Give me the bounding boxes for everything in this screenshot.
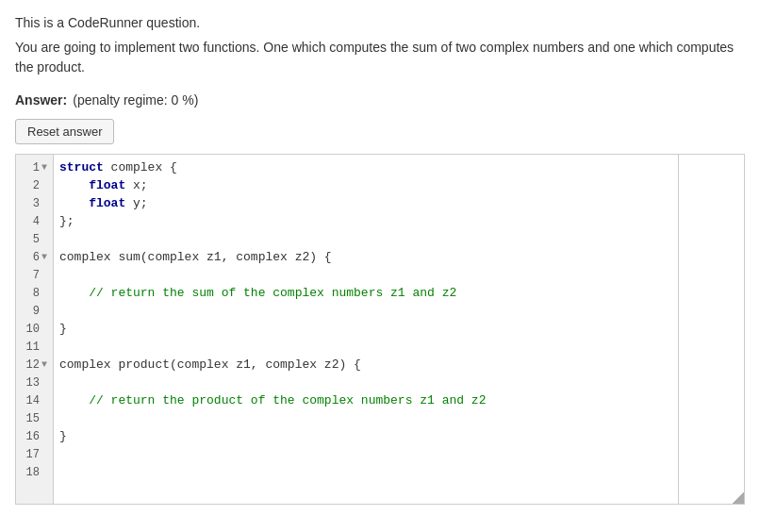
code-line: float y; — [59, 194, 672, 212]
answer-section: Answer: (penalty regime: 0 %) — [15, 92, 745, 108]
fold-icon[interactable]: ▼ — [41, 359, 49, 370]
line-number: 9 — [16, 302, 53, 320]
code-line — [59, 338, 672, 356]
line-number: 7 — [16, 266, 53, 284]
code-line: complex sum(complex z1, complex z2) { — [59, 248, 672, 266]
code-line — [59, 409, 672, 427]
line-number: 13 — [16, 374, 53, 391]
code-line: complex product(complex z1, complex z2) … — [59, 356, 672, 374]
code-line — [59, 374, 672, 391]
fold-icon[interactable]: ▼ — [41, 252, 49, 262]
right-gutter — [678, 155, 744, 504]
line-number: 12▼ — [16, 356, 53, 374]
code-line: float x; — [59, 176, 672, 194]
line-number: 14 — [16, 391, 53, 409]
code-line — [59, 445, 672, 463]
line-number: 18 — [16, 463, 53, 481]
intro-line1: This is a CodeRunner question. — [15, 15, 745, 30]
line-number: 2 — [16, 176, 53, 194]
line-number: 5 — [16, 230, 53, 248]
line-number: 8 — [16, 284, 53, 302]
line-number: 11 — [16, 338, 53, 356]
reset-answer-button[interactable]: Reset answer — [15, 119, 114, 144]
line-number: 15 — [16, 409, 53, 427]
code-line: } — [59, 427, 672, 445]
code-line — [59, 230, 672, 248]
line-number: 3 — [16, 194, 53, 212]
line-number: 6▼ — [16, 248, 53, 266]
line-numbers: 1▼2 3 4 5 6▼7 8 9 10 11 12▼13 14 15 16 1… — [16, 155, 54, 504]
answer-label: Answer: — [15, 92, 67, 108]
intro-line2: You are going to implement two functions… — [15, 38, 745, 77]
code-line — [59, 463, 672, 481]
line-number: 16 — [16, 427, 53, 445]
code-line: // return the product of the complex num… — [59, 391, 672, 409]
fold-icon[interactable]: ▼ — [41, 162, 49, 173]
code-line — [59, 266, 672, 284]
code-editor: 1▼2 3 4 5 6▼7 8 9 10 11 12▼13 14 15 16 1… — [15, 154, 745, 505]
code-line: struct complex { — [59, 158, 672, 176]
code-line — [59, 302, 672, 320]
penalty-text: (penalty regime: 0 %) — [73, 92, 198, 108]
line-number: 17 — [16, 445, 53, 463]
code-line: } — [59, 320, 672, 338]
resize-handle[interactable] — [733, 492, 744, 504]
code-line: }; — [59, 212, 672, 230]
line-number: 4 — [16, 212, 53, 230]
code-area[interactable]: struct complex { float x; float y;}; com… — [54, 155, 678, 504]
code-line: // return the sum of the complex numbers… — [59, 284, 672, 302]
line-number: 10 — [16, 320, 53, 338]
line-number: 1▼ — [16, 158, 53, 176]
